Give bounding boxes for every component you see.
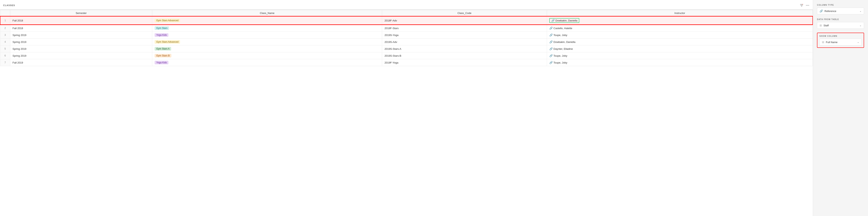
classes-table: Semester Class_Name Class_Code Instructo… — [0, 10, 813, 66]
table-row[interactable]: 3Spring 2019Yoga Kids2019S-Yoga🔗Toupe, J… — [0, 32, 813, 39]
row-semester: Fall 2018 — [10, 25, 152, 32]
instructor-cell: 🔗Toupe, Joby — [549, 54, 810, 57]
class-name-tag: Yoga Kids — [155, 61, 168, 64]
staff-grid-icon: ⊞ — [819, 24, 822, 27]
instructor-cell: 🔗Castello, Halette — [549, 27, 810, 30]
table-row[interactable]: 4Spring 2019Gym Stars Advanced2019S-Adv🔗… — [0, 39, 813, 45]
panel-header: CLASSES — [0, 3, 813, 9]
instructor-name: Daynter, Elladine — [554, 47, 573, 50]
column-type-dropdown[interactable]: 🔗 Reference ⌄ — [817, 8, 864, 14]
col-header-index — [0, 10, 10, 16]
row-class-code: 2019S-Stars-B — [382, 52, 547, 59]
row-instructor: 🔗Castello, Halette — [547, 25, 813, 32]
instructor-link-icon: 🔗 — [549, 27, 553, 30]
table-row[interactable]: 2Fall 2018Gym Stars2018F-Stars🔗Castello,… — [0, 25, 813, 32]
row-index: 7 — [0, 59, 10, 66]
filter-icon[interactable] — [800, 3, 804, 7]
main-panel: CLASSES Semester — [0, 0, 813, 216]
svg-point-3 — [808, 5, 809, 6]
row-semester: Fall 2018 — [10, 16, 152, 25]
row-class-name: Yoga Kids — [152, 32, 382, 39]
svg-point-2 — [807, 5, 808, 6]
row-index: 1 — [0, 16, 10, 25]
row-class-name: Gym Stars B — [152, 52, 382, 59]
row-semester: Spring 2019 — [10, 32, 152, 39]
instructor-link-icon: 🔗 — [549, 33, 553, 37]
row-class-name: Gym Stars A — [152, 45, 382, 52]
row-index: 2 — [0, 25, 10, 32]
column-type-section: COLUMN TYPE 🔗 Reference ⌄ — [817, 4, 864, 14]
instructor-name: Toupe, Joby — [554, 61, 567, 64]
row-class-name: Yoga Kids — [152, 59, 382, 66]
row-class-code: 2018F-Stars — [382, 25, 547, 32]
row-index: 5 — [0, 45, 10, 52]
reference-link-icon: 🔗 — [819, 9, 823, 12]
instructor-name: Toupe, Joby — [554, 54, 567, 57]
data-from-table-dropdown-left: ⊞ Staff — [819, 24, 829, 27]
table-row[interactable]: 1Fall 2018Gym Stars Advanced2018F-Adv🔗Do… — [0, 16, 813, 25]
col-header-class-name[interactable]: Class_Name — [152, 10, 382, 16]
row-index: 4 — [0, 39, 10, 45]
row-class-code: 2018F-Adv — [382, 16, 547, 25]
more-options-icon[interactable] — [805, 3, 810, 7]
row-instructor: 🔗Dowbakin, Daniella — [547, 16, 813, 25]
class-name-tag: Yoga Kids — [155, 33, 168, 37]
instructor-cell: 🔗Toupe, Joby — [549, 33, 810, 37]
instructor-name: Dowbakin, Daniella — [554, 40, 575, 43]
row-semester: Spring 2019 — [10, 52, 152, 59]
data-from-table-value: Staff — [824, 24, 829, 27]
selected-instructor-cell: 🔗Dowbakin, Daniella — [549, 18, 579, 23]
class-name-tag: Gym Stars Advanced — [155, 19, 180, 22]
svg-point-1 — [806, 5, 807, 6]
instructor-name: Toupe, Joby — [554, 34, 567, 37]
row-class-name: Gym Stars Advanced — [152, 16, 382, 25]
data-from-table-label: DATA FROM TABLE — [817, 18, 864, 21]
row-class-name: Gym Stars — [152, 25, 382, 32]
row-instructor: 🔗Toupe, Joby — [547, 59, 813, 66]
show-column-section: SHOW COLUMN ⊞ Full Name ⌄ — [817, 33, 864, 48]
table-row[interactable]: 7Fall 2019Yoga Kids2019F-Yoga🔗Toupe, Job… — [0, 59, 813, 66]
instructor-name: Castello, Halette — [554, 27, 572, 30]
table-row[interactable]: 5Spring 2019Gym Stars A2019S-Stars-A🔗Day… — [0, 45, 813, 52]
row-instructor: 🔗Toupe, Joby — [547, 52, 813, 59]
col-header-class-code[interactable]: Class_Code — [382, 10, 547, 16]
data-from-table-dropdown[interactable]: ⊞ Staff ⌄ — [817, 22, 864, 29]
row-instructor: 🔗Daynter, Elladine — [547, 45, 813, 52]
header-icons — [800, 3, 810, 7]
column-type-label: COLUMN TYPE — [817, 4, 864, 6]
svg-point-0 — [802, 4, 803, 5]
column-type-chevron: ⌄ — [860, 10, 862, 12]
column-type-dropdown-left: 🔗 Reference — [819, 9, 836, 12]
instructor-link-icon: 🔗 — [551, 19, 555, 22]
col-header-semester[interactable]: Semester — [10, 10, 152, 16]
show-column-dropdown-left: ⊞ Full Name — [822, 40, 837, 44]
side-panel: COLUMN TYPE 🔗 Reference ⌄ DATA FROM TABL… — [813, 0, 868, 216]
data-from-table-section: DATA FROM TABLE ⊞ Staff ⌄ — [817, 18, 864, 29]
data-from-table-chevron: ⌄ — [860, 24, 862, 27]
row-instructor: 🔗Toupe, Joby — [547, 32, 813, 39]
col-header-instructor[interactable]: Instructor — [547, 10, 813, 16]
show-column-label: SHOW COLUMN — [819, 35, 862, 37]
column-type-value: Reference — [825, 10, 836, 12]
row-class-name: Gym Stars Advanced — [152, 39, 382, 45]
row-index: 3 — [0, 32, 10, 39]
instructor-link-icon: 🔗 — [549, 54, 553, 57]
instructor-cell: 🔗Dowbakin, Daniella — [549, 40, 810, 43]
row-class-code: 2019S-Yoga — [382, 32, 547, 39]
class-name-tag: Gym Stars B — [155, 54, 171, 58]
instructor-cell: 🔗Toupe, Joby — [549, 61, 810, 64]
class-name-tag: Gym Stars Advanced — [155, 40, 180, 44]
row-instructor: 🔗Dowbakin, Daniella — [547, 39, 813, 45]
show-column-chevron: ⌄ — [857, 41, 859, 43]
instructor-name: Dowbakin, Daniella — [555, 19, 577, 22]
row-index: 6 — [0, 52, 10, 59]
full-name-grid-icon: ⊞ — [822, 40, 824, 44]
instructor-link-icon: 🔗 — [549, 61, 553, 64]
table-row[interactable]: 6Spring 2019Gym Stars B2019S-Stars-B🔗Tou… — [0, 52, 813, 59]
table-container: Semester Class_Name Class_Code Instructo… — [0, 9, 813, 216]
instructor-link-icon: 🔗 — [549, 40, 553, 43]
instructor-link-icon: 🔗 — [549, 47, 553, 50]
row-semester: Fall 2019 — [10, 59, 152, 66]
row-class-code: 2019S-Adv — [382, 39, 547, 45]
show-column-dropdown[interactable]: ⊞ Full Name ⌄ — [819, 39, 862, 45]
